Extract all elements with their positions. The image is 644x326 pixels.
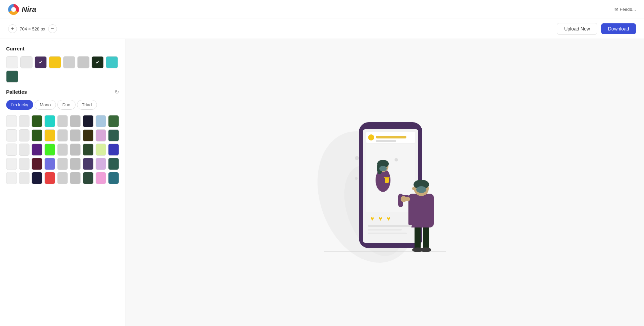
p3-s3[interactable] [32, 144, 42, 156]
feedback-link[interactable]: ✉ Feedb... [615, 7, 636, 12]
p5-s6[interactable] [70, 172, 81, 184]
p5-s8[interactable] [96, 172, 106, 184]
current-swatches-row [6, 56, 119, 83]
swatch-8[interactable] [106, 56, 118, 68]
swatch-3[interactable] [35, 56, 47, 68]
p1-s5[interactable] [57, 115, 68, 127]
svg-rect-8 [376, 136, 406, 138]
svg-point-21 [420, 247, 431, 252]
swatch-9[interactable] [6, 70, 18, 83]
p2-s1[interactable] [6, 129, 17, 142]
svg-rect-18 [415, 224, 421, 249]
current-title: Current [6, 46, 119, 51]
svg-point-29 [416, 186, 426, 193]
p1-s8[interactable] [96, 115, 106, 127]
p5-s4[interactable] [44, 172, 55, 184]
download-button[interactable]: Download [601, 23, 636, 34]
p1-s9[interactable] [108, 115, 119, 127]
swatch-4[interactable] [49, 56, 61, 68]
toolbar-left: + 704 × 528 px − [8, 24, 57, 33]
p2-s5[interactable] [57, 129, 68, 142]
zoom-in-button[interactable]: + [8, 24, 17, 33]
svg-point-26 [401, 196, 407, 202]
p2-s4[interactable] [44, 129, 55, 142]
tab-duo[interactable]: Duo [57, 100, 76, 110]
svg-rect-22 [408, 194, 434, 227]
svg-point-7 [368, 134, 374, 140]
p2-s9[interactable] [108, 129, 119, 142]
swatch-7[interactable] [92, 56, 104, 68]
p2-s3[interactable] [32, 129, 42, 142]
palette-row-2 [6, 129, 119, 142]
svg-text:♥: ♥ [370, 215, 374, 222]
logo-text: Nira [22, 5, 36, 14]
logo-icon [8, 4, 19, 15]
tab-triad[interactable]: Triad [77, 100, 97, 110]
p3-s6[interactable] [70, 144, 81, 156]
swatch-1[interactable] [6, 56, 18, 68]
p1-s2[interactable] [19, 115, 30, 127]
zoom-out-button[interactable]: − [48, 24, 57, 33]
p3-s5[interactable] [57, 144, 68, 156]
svg-rect-35 [368, 229, 402, 231]
p3-s9[interactable] [108, 144, 119, 156]
p4-s1[interactable] [6, 158, 17, 170]
p5-s3[interactable] [32, 172, 42, 184]
p5-s1[interactable] [6, 172, 17, 184]
sidebar: Current Pallettes ↻ I'm lucky Mono Duo T… [0, 39, 125, 326]
svg-rect-17 [384, 177, 389, 178]
p3-s8[interactable] [96, 144, 106, 156]
p5-s7[interactable] [83, 172, 94, 184]
p4-s4[interactable] [44, 158, 55, 170]
swatch-6[interactable] [77, 56, 89, 68]
p1-s4[interactable] [44, 115, 55, 127]
p5-s2[interactable] [19, 172, 30, 184]
p2-s2[interactable] [19, 129, 30, 142]
upload-new-button[interactable]: Upload New [557, 23, 597, 35]
p3-s4[interactable] [44, 144, 55, 156]
swatch-2[interactable] [20, 56, 33, 68]
p2-s8[interactable] [96, 129, 106, 142]
logo-area: Nira [8, 4, 36, 15]
toolbar: + 704 × 528 px − Upload New Download [0, 19, 644, 39]
svg-rect-34 [368, 225, 412, 227]
swatch-5[interactable] [63, 56, 75, 68]
p3-s7[interactable] [83, 144, 94, 156]
svg-rect-9 [376, 140, 396, 142]
zoom-text: 704 × 528 px [20, 26, 45, 31]
p1-s6[interactable] [70, 115, 81, 127]
svg-rect-16 [385, 177, 389, 183]
p4-s6[interactable] [70, 158, 81, 170]
header: Nira ✉ Feedb... [0, 0, 644, 19]
canvas-area: ♥ ♥ ♥ [125, 39, 644, 326]
refresh-icon[interactable]: ↻ [115, 89, 119, 95]
p5-s5[interactable] [57, 172, 68, 184]
feedback-label: Feedb... [620, 7, 636, 12]
svg-point-38 [355, 177, 358, 180]
main-layout: Current Pallettes ↻ I'm lucky Mono Duo T… [0, 39, 644, 326]
tab-im-lucky[interactable]: I'm lucky [6, 100, 33, 110]
p4-s7[interactable] [83, 158, 94, 170]
svg-rect-10 [366, 144, 415, 212]
p5-s9[interactable] [108, 172, 119, 184]
p1-s7[interactable] [83, 115, 94, 127]
p4-s9[interactable] [108, 158, 119, 170]
p4-s8[interactable] [96, 158, 106, 170]
p1-s3[interactable] [32, 115, 42, 127]
svg-text:♥: ♥ [387, 215, 390, 222]
p2-s7[interactable] [83, 129, 94, 142]
svg-point-37 [355, 156, 359, 160]
palette-grid [6, 115, 119, 184]
header-right: ✉ Feedb... [615, 7, 636, 12]
tab-mono[interactable]: Mono [35, 100, 56, 110]
p4-s2[interactable] [19, 158, 30, 170]
p2-s6[interactable] [70, 129, 81, 142]
p4-s3[interactable] [32, 158, 42, 170]
p1-s1[interactable] [6, 115, 17, 127]
svg-rect-19 [423, 224, 429, 249]
p4-s5[interactable] [57, 158, 68, 170]
svg-rect-36 [368, 233, 407, 234]
p3-s1[interactable] [6, 144, 17, 156]
svg-rect-5 [381, 124, 400, 128]
p3-s2[interactable] [19, 144, 30, 156]
